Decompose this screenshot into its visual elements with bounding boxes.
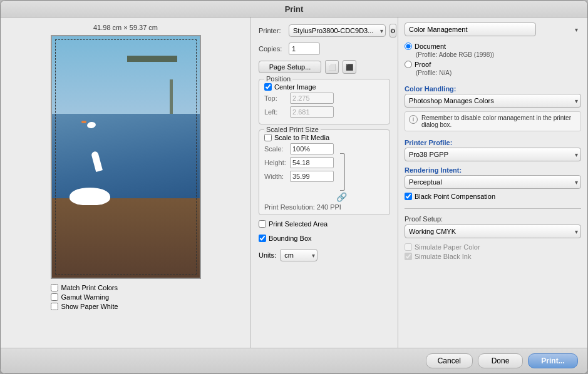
print-button[interactable]: Print...	[528, 353, 578, 368]
print-selected-label: Print Selected Area	[269, 220, 328, 228]
simulate-paper-label: Simulate Paper Color	[415, 243, 480, 251]
printer-select[interactable]: StylusPro3800-CDC9D3...	[289, 24, 386, 37]
proof-label: Proof	[415, 61, 431, 68]
info-text: Remember to disable color management in …	[421, 114, 577, 128]
printer-label: Printer:	[259, 27, 285, 34]
color-handling-label: Color Handling:	[405, 85, 581, 93]
simulate-ink-checkbox[interactable]	[405, 253, 412, 260]
preview-container	[51, 35, 201, 279]
center-image-row[interactable]: Center Image	[264, 83, 384, 91]
done-button[interactable]: Done	[478, 353, 523, 368]
proof-radio[interactable]	[405, 61, 412, 68]
rendering-intent-select[interactable]: Perceptual	[405, 175, 581, 189]
scale-input[interactable]	[290, 143, 334, 154]
proof-radio-item[interactable]: Proof	[405, 61, 581, 68]
center-image-label: Center Image	[274, 83, 316, 91]
print-selected-checkbox[interactable]	[259, 220, 266, 228]
color-handling-section: Color Handling: Photoshop Manages Colors	[405, 84, 581, 108]
dialog-footer: Cancel Done Print...	[1, 348, 587, 373]
scale-fit-label: Scale to Fit Media	[274, 134, 329, 141]
top-row: Top:	[264, 93, 384, 104]
top-input[interactable]	[290, 93, 334, 104]
scale-fit-checkbox[interactable]	[264, 134, 272, 141]
show-paper-white-item[interactable]: Show Paper White	[51, 303, 201, 310]
printer-row: Printer: StylusPro3800-CDC9D3... ⚙	[259, 24, 390, 38]
right-panel: Color Management Document (Profile: Adob…	[398, 18, 587, 348]
proof-setup-label: Proof Setup:	[405, 215, 581, 223]
match-print-colors-item[interactable]: Match Print Colors	[51, 284, 201, 291]
printer-profile-select[interactable]: Pro38 PGPP	[405, 148, 581, 161]
gamut-warning-checkbox[interactable]	[51, 293, 58, 301]
bounding-box-checkbox[interactable]	[259, 235, 266, 242]
center-image-checkbox[interactable]	[264, 83, 272, 91]
match-print-colors-label: Match Print Colors	[61, 284, 118, 291]
document-radio[interactable]	[405, 43, 412, 50]
source-radio-group: Document (Profile: Adobe RGB (1998)) Pro…	[405, 43, 581, 78]
rendering-intent-select-wrapper[interactable]: Perceptual	[405, 175, 581, 189]
color-mgmt-select-wrapper[interactable]: Color Management	[405, 23, 581, 36]
gamut-warning-item[interactable]: Gamut Warning	[51, 293, 201, 301]
link-chain-icon: 🔗	[336, 192, 347, 202]
width-label: Width:	[264, 173, 286, 180]
printer-profile-section: Printer Profile: Pro38 PGPP	[405, 138, 581, 161]
rendering-intent-label: Rendering Intent:	[405, 166, 581, 174]
show-paper-white-label: Show Paper White	[61, 303, 118, 310]
size-fields: Scale: Height: Width:	[264, 143, 384, 202]
color-mgmt-header: Color Management	[405, 23, 581, 36]
page-setup-button[interactable]: Page Setup...	[259, 61, 321, 73]
color-handling-select[interactable]: Photoshop Manages Colors	[405, 94, 581, 108]
scale-row: Scale:	[264, 143, 334, 154]
top-label: Top:	[264, 94, 286, 102]
print-resolution: Print Resolution: 240 PPI	[264, 203, 384, 211]
simulate-checks: Simulate Paper Color Simulate Black Ink	[405, 243, 581, 262]
print-dialog: Print 41.98 cm × 59.37 cm	[0, 0, 588, 374]
simulate-ink-label: Simulate Black Ink	[415, 253, 471, 260]
black-point-checkbox[interactable]	[405, 193, 412, 200]
brace-icon	[340, 153, 345, 191]
match-print-colors-checkbox[interactable]	[51, 284, 58, 291]
document-profile: (Profile: Adobe RGB (1998))	[416, 51, 581, 58]
width-input[interactable]	[290, 171, 334, 182]
cancel-button[interactable]: Cancel	[426, 353, 473, 368]
height-label: Height:	[264, 159, 286, 166]
left-checkboxes: Match Print Colors Gamut Warning Show Pa…	[51, 284, 201, 312]
scaled-print-group: Scaled Print Size Scale to Fit Media Sca…	[259, 129, 390, 215]
print-selected-row[interactable]: Print Selected Area	[259, 220, 390, 228]
proof-profile: (Profile: N/A)	[416, 69, 581, 76]
proof-setup-section: Proof Setup: Working CMYK	[405, 215, 581, 238]
gamut-warning-label: Gamut Warning	[61, 293, 110, 301]
left-label: Left:	[264, 108, 286, 116]
simulate-paper-row[interactable]: Simulate Paper Color	[405, 243, 581, 251]
color-mgmt-select[interactable]: Color Management	[405, 23, 536, 36]
scaled-legend: Scaled Print Size	[264, 126, 321, 133]
width-row: Width:	[264, 171, 334, 182]
color-handling-select-wrapper[interactable]: Photoshop Manages Colors	[405, 94, 581, 108]
printer-icon-btn[interactable]: ⚙	[389, 24, 396, 38]
left-input[interactable]	[290, 106, 334, 118]
document-radio-item[interactable]: Document	[405, 43, 581, 50]
black-point-row[interactable]: Black Point Compensation	[405, 193, 581, 200]
dialog-titlebar: Print	[1, 1, 587, 18]
divider	[405, 208, 581, 209]
units-select[interactable]: cm	[280, 249, 317, 261]
scale-fit-row[interactable]: Scale to Fit Media	[264, 134, 384, 141]
proof-setup-select[interactable]: Working CMYK	[405, 225, 581, 238]
copies-input[interactable]	[289, 43, 320, 55]
copies-row: Copies:	[259, 43, 390, 55]
scale-label: Scale:	[264, 145, 286, 153]
printer-profile-select-wrapper[interactable]: Pro38 PGPP	[405, 148, 581, 161]
bounding-box-label: Bounding Box	[269, 235, 312, 242]
simulate-paper-checkbox[interactable]	[405, 243, 412, 251]
bounding-box-row[interactable]: Bounding Box	[259, 235, 390, 242]
black-point-label: Black Point Compensation	[415, 193, 495, 200]
printer-select-wrapper[interactable]: StylusPro3800-CDC9D3...	[289, 24, 386, 37]
simulate-ink-row[interactable]: Simulate Black Ink	[405, 253, 581, 260]
height-input[interactable]	[290, 157, 334, 168]
left-row: Left:	[264, 106, 384, 118]
units-row: Units: cm	[259, 249, 390, 261]
show-paper-white-checkbox[interactable]	[51, 303, 58, 310]
proof-setup-select-wrapper[interactable]: Working CMYK	[405, 225, 581, 238]
page-icon-2[interactable]: ⬛	[343, 60, 356, 74]
page-icon-1[interactable]: ⬜	[325, 60, 339, 74]
units-select-wrapper[interactable]: cm	[280, 249, 317, 261]
